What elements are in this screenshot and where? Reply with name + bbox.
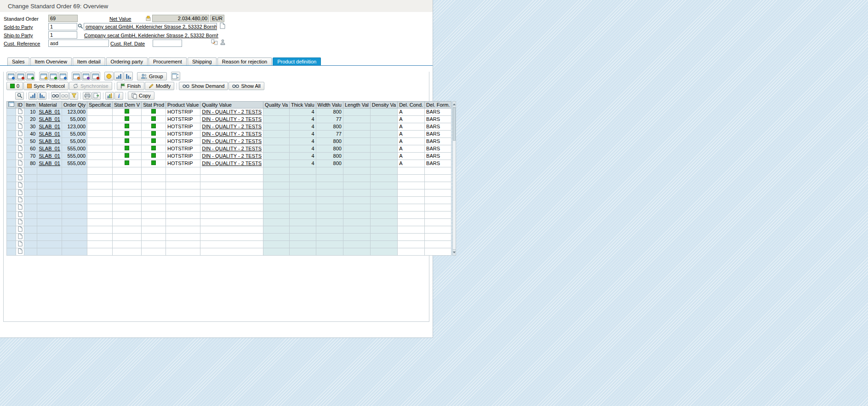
cell-item[interactable] — [24, 175, 37, 182]
row-id-cell[interactable] — [16, 234, 24, 241]
cell-product-value[interactable]: HOTSTRIP — [166, 116, 200, 123]
cell-del-form[interactable]: BARS — [425, 131, 451, 138]
cell-density[interactable] — [370, 182, 397, 189]
cell-width[interactable]: 800 — [316, 138, 343, 145]
material-link[interactable]: SLAB_01 — [39, 138, 60, 144]
cell-thick[interactable]: 4 — [290, 145, 316, 153]
cell-quality-va[interactable] — [263, 241, 290, 248]
row-selector[interactable] — [7, 248, 16, 256]
cell-density[interactable] — [370, 175, 397, 182]
cell-width[interactable] — [316, 204, 343, 212]
scrollbar-thumb[interactable] — [453, 108, 456, 141]
cell-density[interactable] — [370, 116, 397, 123]
cell-stat-dem[interactable] — [112, 167, 141, 175]
material-link[interactable]: SLAB_01 — [39, 116, 60, 122]
cell-material[interactable]: SLAB_01 — [37, 138, 62, 145]
cell-stat-dem[interactable] — [112, 109, 141, 116]
cell-density[interactable] — [370, 145, 397, 153]
cell-del-cond[interactable]: A — [398, 123, 425, 131]
cell-product-value[interactable] — [166, 212, 200, 219]
cell-quality-va[interactable] — [263, 160, 290, 167]
cell-quality-value[interactable] — [200, 226, 263, 234]
cell-order-qty[interactable] — [62, 189, 87, 197]
cell-stat-prod[interactable] — [142, 197, 166, 204]
cell-material[interactable] — [37, 241, 62, 248]
cell-quality-va[interactable] — [263, 175, 290, 182]
cell-specification[interactable] — [87, 248, 113, 256]
cell-thick[interactable]: 4 — [290, 138, 316, 145]
stat-dem-indicator[interactable] — [125, 109, 129, 114]
doc-flow-button[interactable] — [211, 39, 218, 45]
cell-quality-value[interactable] — [200, 175, 263, 182]
cell-length[interactable] — [343, 234, 370, 241]
cell-quality-va[interactable] — [263, 131, 290, 138]
cell-product-value[interactable] — [166, 182, 200, 189]
cell-thick[interactable] — [290, 182, 316, 189]
show-demand-button[interactable]: Show Demand — [179, 82, 228, 90]
cell-stat-prod[interactable] — [142, 226, 166, 234]
row-selector[interactable] — [7, 204, 16, 212]
sold-to-field[interactable] — [48, 23, 77, 30]
cell-material[interactable] — [37, 189, 62, 197]
quality-value-link[interactable]: DIN - QUALITY - 2 TESTS — [202, 160, 262, 166]
stat-dem-indicator[interactable] — [125, 116, 129, 121]
cell-specification[interactable] — [87, 167, 113, 175]
net-value-detail-icon[interactable] — [146, 16, 151, 21]
cell-item[interactable] — [24, 212, 37, 219]
cell-density[interactable] — [370, 197, 397, 204]
grid-search-button[interactable] — [15, 92, 24, 100]
cell-specification[interactable] — [87, 160, 113, 167]
cell-stat-dem[interactable] — [112, 197, 141, 204]
tab-product-definition[interactable]: Product definition — [273, 57, 321, 65]
cell-del-form[interactable] — [425, 204, 451, 212]
cell-thick[interactable] — [290, 167, 316, 175]
scroll-down-button[interactable] — [453, 249, 456, 255]
quality-value-link[interactable]: DIN - QUALITY - 2 TESTS — [202, 124, 262, 129]
select-all-header[interactable] — [7, 102, 16, 109]
cell-specification[interactable] — [87, 175, 113, 182]
sync-protocol-button[interactable]: Sync Protocol — [23, 82, 69, 90]
cell-length[interactable] — [343, 182, 370, 189]
cell-specification[interactable] — [87, 153, 113, 160]
cell-density[interactable] — [370, 138, 397, 145]
cell-product-value[interactable]: HOTSTRIP — [166, 145, 200, 153]
cell-stat-dem[interactable] — [112, 204, 141, 212]
cell-del-form[interactable]: BARS — [425, 123, 451, 131]
cell-width[interactable] — [316, 182, 343, 189]
cell-del-cond[interactable]: A — [398, 145, 425, 153]
cell-order-qty[interactable] — [62, 226, 87, 234]
cell-material[interactable] — [37, 182, 62, 189]
cell-del-form[interactable] — [425, 219, 451, 226]
row-selector[interactable] — [7, 167, 16, 175]
cell-density[interactable] — [370, 212, 397, 219]
cell-del-form[interactable] — [425, 212, 451, 219]
cell-specification[interactable] — [87, 204, 113, 212]
row-id-cell[interactable] — [16, 175, 24, 182]
cell-quality-va[interactable] — [263, 248, 290, 256]
cell-stat-dem[interactable] — [112, 182, 141, 189]
cell-del-form[interactable]: BARS — [425, 160, 451, 167]
cell-length[interactable] — [343, 204, 370, 212]
stat-prod-indicator[interactable] — [151, 146, 156, 150]
stat-prod-indicator[interactable] — [151, 138, 156, 143]
quality-value-link[interactable]: DIN - QUALITY - 2 TESTS — [202, 153, 262, 159]
cell-order-qty[interactable]: 55,000 — [62, 138, 87, 145]
cell-product-value[interactable] — [166, 197, 200, 204]
cell-specification[interactable] — [87, 116, 113, 123]
cell-width[interactable]: 77 — [316, 116, 343, 123]
row-selector[interactable] — [7, 123, 16, 131]
quality-value-link[interactable]: DIN - QUALITY - 2 TESTS — [202, 131, 262, 137]
row-id-cell[interactable] — [16, 226, 24, 234]
tab-item-overview[interactable]: Item Overview — [30, 57, 72, 65]
material-link[interactable]: SLAB_01 — [39, 109, 60, 114]
cell-del-cond[interactable]: A — [398, 153, 425, 160]
cell-item[interactable]: 10 — [24, 109, 37, 116]
sold-to-address-field[interactable]: ompany secat GmbH, Keldenicher Strasse 2… — [84, 23, 217, 30]
cell-width[interactable] — [316, 241, 343, 248]
cell-specification[interactable] — [87, 241, 113, 248]
cell-order-qty[interactable]: 55,000 — [62, 116, 87, 123]
row-id-cell[interactable] — [16, 153, 24, 160]
row-selector[interactable] — [7, 175, 16, 182]
cell-quality-value[interactable] — [200, 189, 263, 197]
cell-specification[interactable] — [87, 109, 113, 116]
